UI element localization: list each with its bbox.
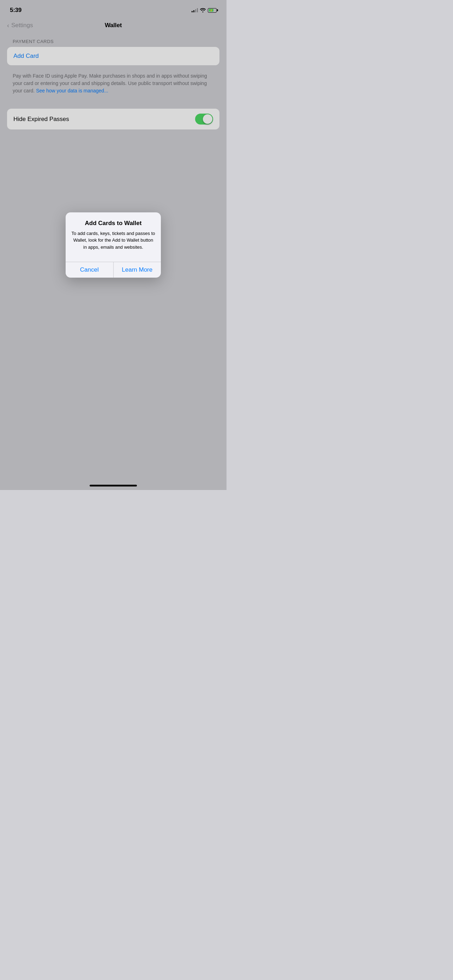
learn-more-button[interactable]: Learn More (114, 262, 161, 278)
modal-actions: Cancel Learn More (66, 262, 161, 278)
modal-title: Add Cards to Wallet (71, 220, 155, 227)
cancel-button[interactable]: Cancel (66, 262, 114, 278)
modal-body: To add cards, keys, tickets and passes t… (71, 230, 155, 251)
modal-overlay[interactable]: Add Cards to Wallet To add cards, keys, … (0, 0, 227, 490)
modal-content: Add Cards to Wallet To add cards, keys, … (66, 212, 161, 256)
add-cards-modal: Add Cards to Wallet To add cards, keys, … (66, 212, 161, 278)
